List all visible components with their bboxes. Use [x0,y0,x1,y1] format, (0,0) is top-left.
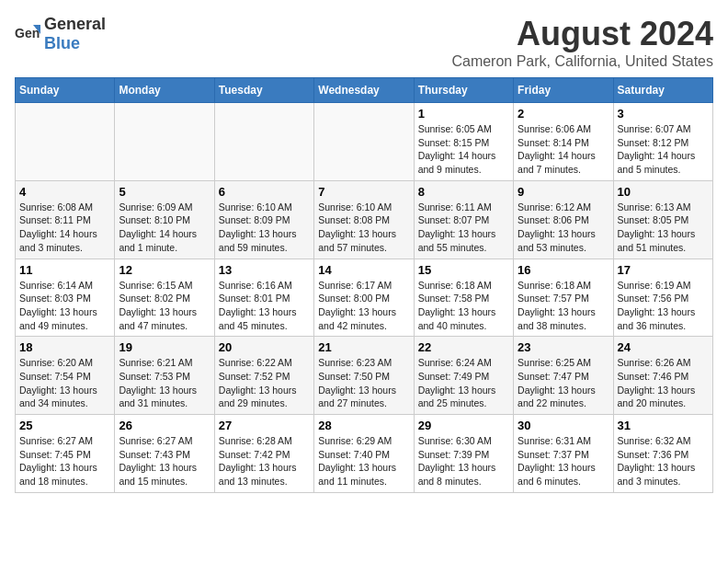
day-number: 30 [518,419,609,432]
main-title: August 2024 [451,15,713,53]
calendar-cell: 5Sunrise: 6:09 AM Sunset: 8:10 PM Daylig… [115,180,214,259]
day-info: Sunrise: 6:26 AM Sunset: 7:46 PM Dayligh… [618,356,709,410]
day-info: Sunrise: 6:14 AM Sunset: 8:03 PM Dayligh… [19,279,110,333]
day-number: 29 [418,419,509,432]
calendar-cell [16,103,115,181]
col-header-friday: Friday [514,78,613,103]
day-info: Sunrise: 6:23 AM Sunset: 7:50 PM Dayligh… [318,356,409,410]
day-number: 24 [618,340,709,354]
calendar-cell: 30Sunrise: 6:31 AM Sunset: 7:37 PM Dayli… [514,415,613,493]
day-number: 14 [318,263,409,277]
calendar-cell: 7Sunrise: 6:10 AM Sunset: 8:08 PM Daylig… [314,180,414,259]
calendar-header-row: SundayMondayTuesdayWednesdayThursdayFrid… [16,78,713,103]
day-info: Sunrise: 6:30 AM Sunset: 7:39 PM Dayligh… [418,434,509,488]
day-number: 2 [518,107,609,121]
logo-text: General Blue [44,15,106,53]
week-row-5: 25Sunrise: 6:27 AM Sunset: 7:45 PM Dayli… [16,415,713,493]
week-row-3: 11Sunrise: 6:14 AM Sunset: 8:03 PM Dayli… [16,259,713,337]
day-info: Sunrise: 6:17 AM Sunset: 8:00 PM Dayligh… [318,279,409,333]
title-block: August 2024 Cameron Park, California, Un… [451,15,713,70]
day-number: 28 [318,419,409,432]
day-number: 11 [19,263,110,277]
calendar-cell: 31Sunrise: 6:32 AM Sunset: 7:36 PM Dayli… [613,415,712,493]
day-info: Sunrise: 6:28 AM Sunset: 7:42 PM Dayligh… [219,434,310,488]
day-info: Sunrise: 6:16 AM Sunset: 8:01 PM Dayligh… [219,279,310,333]
day-info: Sunrise: 6:15 AM Sunset: 8:02 PM Dayligh… [119,279,210,333]
calendar-cell: 9Sunrise: 6:12 AM Sunset: 8:06 PM Daylig… [514,180,613,259]
day-info: Sunrise: 6:09 AM Sunset: 8:10 PM Dayligh… [119,201,210,255]
day-info: Sunrise: 6:18 AM Sunset: 7:58 PM Dayligh… [418,279,509,333]
day-info: Sunrise: 6:24 AM Sunset: 7:49 PM Dayligh… [418,356,509,410]
day-info: Sunrise: 6:31 AM Sunset: 7:37 PM Dayligh… [518,434,609,488]
day-number: 4 [19,185,110,199]
day-number: 18 [19,340,110,354]
calendar-cell: 4Sunrise: 6:08 AM Sunset: 8:11 PM Daylig… [16,180,115,259]
calendar-cell: 22Sunrise: 6:24 AM Sunset: 7:49 PM Dayli… [414,337,513,415]
day-number: 12 [119,263,210,277]
day-info: Sunrise: 6:18 AM Sunset: 7:57 PM Dayligh… [518,279,609,333]
col-header-sunday: Sunday [16,78,115,103]
day-number: 22 [418,340,509,354]
day-number: 19 [119,340,210,354]
day-info: Sunrise: 6:21 AM Sunset: 7:53 PM Dayligh… [119,356,210,410]
day-info: Sunrise: 6:07 AM Sunset: 8:12 PM Dayligh… [618,122,709,177]
week-row-1: 1Sunrise: 6:05 AM Sunset: 8:15 PM Daylig… [16,103,713,181]
calendar-body: 1Sunrise: 6:05 AM Sunset: 8:15 PM Daylig… [16,103,713,493]
col-header-thursday: Thursday [414,78,513,103]
day-number: 9 [518,185,609,199]
calendar-cell: 24Sunrise: 6:26 AM Sunset: 7:46 PM Dayli… [613,337,712,415]
calendar-cell: 3Sunrise: 6:07 AM Sunset: 8:12 PM Daylig… [613,103,712,181]
day-info: Sunrise: 6:08 AM Sunset: 8:11 PM Dayligh… [19,201,110,255]
day-number: 25 [19,419,110,432]
page-header: Gen General Blue August 2024 Cameron Par… [15,15,713,70]
calendar-cell: 10Sunrise: 6:13 AM Sunset: 8:05 PM Dayli… [613,180,712,259]
subtitle: Cameron Park, California, United States [451,53,713,70]
day-info: Sunrise: 6:29 AM Sunset: 7:40 PM Dayligh… [318,434,409,488]
day-number: 15 [418,263,509,277]
logo-blue: Blue [44,34,80,52]
calendar-cell: 6Sunrise: 6:10 AM Sunset: 8:09 PM Daylig… [214,180,313,259]
calendar-cell: 15Sunrise: 6:18 AM Sunset: 7:58 PM Dayli… [414,259,513,337]
calendar-cell: 25Sunrise: 6:27 AM Sunset: 7:45 PM Dayli… [16,415,115,493]
day-number: 31 [618,419,709,432]
logo-general: General [44,15,106,33]
day-info: Sunrise: 6:05 AM Sunset: 8:15 PM Dayligh… [418,122,509,177]
day-number: 20 [219,340,310,354]
calendar-cell: 18Sunrise: 6:20 AM Sunset: 7:54 PM Dayli… [16,337,115,415]
day-info: Sunrise: 6:27 AM Sunset: 7:45 PM Dayligh… [19,434,110,488]
calendar-cell: 16Sunrise: 6:18 AM Sunset: 7:57 PM Dayli… [514,259,613,337]
col-header-saturday: Saturday [613,78,712,103]
calendar-cell: 2Sunrise: 6:06 AM Sunset: 8:14 PM Daylig… [514,103,613,181]
col-header-monday: Monday [115,78,214,103]
day-number: 23 [518,340,609,354]
day-number: 10 [618,185,709,199]
col-header-tuesday: Tuesday [214,78,313,103]
calendar-cell: 26Sunrise: 6:27 AM Sunset: 7:43 PM Dayli… [115,415,214,493]
week-row-4: 18Sunrise: 6:20 AM Sunset: 7:54 PM Dayli… [16,337,713,415]
day-number: 6 [219,185,310,199]
calendar-cell: 14Sunrise: 6:17 AM Sunset: 8:00 PM Dayli… [314,259,414,337]
day-number: 1 [418,107,509,121]
calendar-cell: 11Sunrise: 6:14 AM Sunset: 8:03 PM Dayli… [16,259,115,337]
col-header-wednesday: Wednesday [314,78,414,103]
calendar-cell: 12Sunrise: 6:15 AM Sunset: 8:02 PM Dayli… [115,259,214,337]
day-info: Sunrise: 6:06 AM Sunset: 8:14 PM Dayligh… [518,122,609,177]
day-number: 17 [618,263,709,277]
calendar-cell: 21Sunrise: 6:23 AM Sunset: 7:50 PM Dayli… [314,337,414,415]
calendar-cell: 1Sunrise: 6:05 AM Sunset: 8:15 PM Daylig… [414,103,513,181]
day-info: Sunrise: 6:13 AM Sunset: 8:05 PM Dayligh… [618,201,709,255]
calendar-table: SundayMondayTuesdayWednesdayThursdayFrid… [15,77,713,493]
calendar-cell: 8Sunrise: 6:11 AM Sunset: 8:07 PM Daylig… [414,180,513,259]
day-number: 27 [219,419,310,432]
logo-icon: Gen [15,21,40,47]
calendar-cell: 29Sunrise: 6:30 AM Sunset: 7:39 PM Dayli… [414,415,513,493]
day-info: Sunrise: 6:32 AM Sunset: 7:36 PM Dayligh… [618,434,709,488]
calendar-cell: 28Sunrise: 6:29 AM Sunset: 7:40 PM Dayli… [314,415,414,493]
calendar-cell [314,103,414,181]
week-row-2: 4Sunrise: 6:08 AM Sunset: 8:11 PM Daylig… [16,180,713,259]
day-number: 7 [318,185,409,199]
day-info: Sunrise: 6:11 AM Sunset: 8:07 PM Dayligh… [418,201,509,255]
day-info: Sunrise: 6:10 AM Sunset: 8:08 PM Dayligh… [318,201,409,255]
day-number: 16 [518,263,609,277]
day-number: 13 [219,263,310,277]
